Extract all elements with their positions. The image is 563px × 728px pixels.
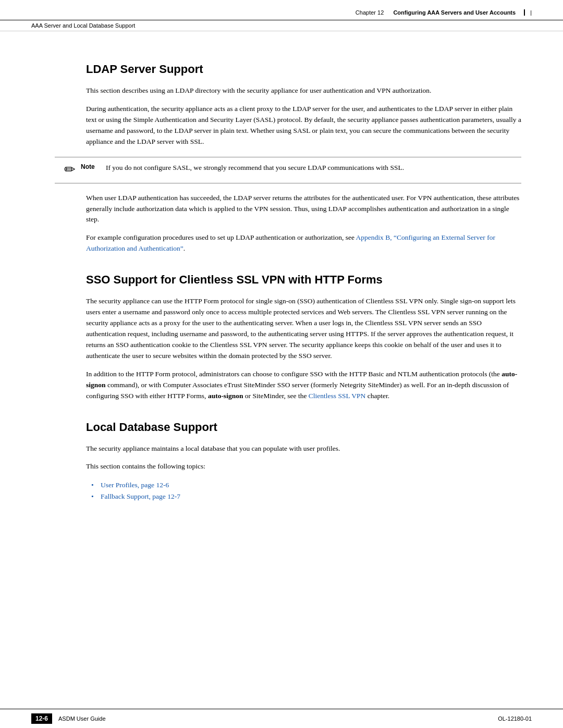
localdb-bullet-list: User Profiles, page 12-6 Fallback Suppor… — [91, 479, 521, 502]
sso-autosignon2: auto-signon — [208, 392, 243, 400]
note-pencil-icon: ✏ — [55, 162, 76, 178]
page-footer: 12-6 ASDM User Guide OL-12180-01 — [0, 709, 563, 728]
list-item: User Profiles, page 12-6 — [91, 479, 521, 491]
ldap-para3: When user LDAP authentication has succee… — [86, 193, 521, 226]
list-item: Fallback Support, page 12-7 — [91, 491, 521, 502]
sso-para2-mid2: or SiteMinder, see the — [243, 392, 308, 400]
guide-title: ASDM User Guide — [58, 715, 105, 722]
localdb-para1: The security appliance maintains a local… — [86, 443, 521, 454]
footer-doc-number: OL-12180-01 — [498, 715, 532, 722]
chapter-number: Chapter 12 — [356, 9, 384, 16]
ldap-para4-pre: For example configuration procedures use… — [86, 233, 356, 241]
chapter-title: Configuring AAA Servers and User Account… — [393, 9, 516, 16]
localdb-heading: Local Database Support — [86, 421, 521, 434]
localdb-para2: This section contains the following topi… — [86, 461, 521, 472]
page-number: 12-6 — [31, 713, 52, 724]
note-label: Note — [81, 163, 101, 170]
ldap-para4: For example configuration procedures use… — [86, 232, 521, 254]
sso-para1: The security appliance can use the HTTP … — [86, 296, 521, 362]
fallback-support-link[interactable]: Fallback Support, page 12-7 — [101, 492, 180, 500]
ldap-heading: LDAP Server Support — [86, 63, 521, 76]
header-right: Chapter 12 Configuring AAA Servers and U… — [356, 9, 532, 16]
ldap-para2: During authentication, the security appl… — [86, 104, 521, 147]
footer-left: 12-6 ASDM User Guide — [31, 713, 106, 724]
sso-heading: SSO Support for Clientless SSL VPN with … — [86, 273, 521, 287]
sso-clientless-link[interactable]: Clientless SSL VPN — [309, 392, 366, 400]
sso-para2-pre: In addition to the HTTP Form protocol, a… — [86, 370, 501, 378]
ldap-para1: This section describes using an LDAP dir… — [86, 85, 521, 96]
ldap-para4-post: . — [183, 244, 185, 252]
note-box: ✏ Note If you do not configure SASL, we … — [55, 157, 521, 183]
user-profiles-link[interactable]: User Profiles, page 12-6 — [101, 481, 169, 489]
sub-header-text: AAA Server and Local Database Support — [31, 22, 135, 29]
note-content: If you do not configure SASL, we strongl… — [106, 163, 521, 174]
sso-para2-post: chapter. — [365, 392, 389, 400]
sso-para2: In addition to the HTTP Form protocol, a… — [86, 369, 521, 402]
